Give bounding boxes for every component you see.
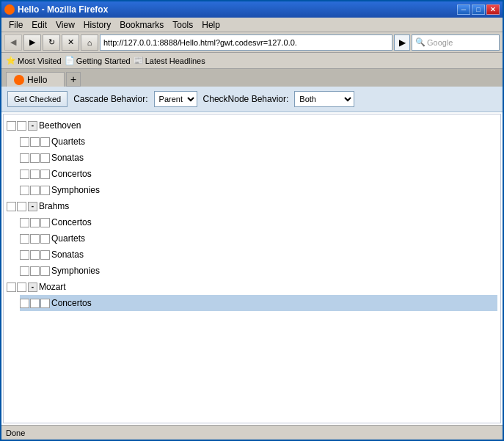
menu-edit[interactable]: Edit — [27, 18, 51, 32]
tree-row-symphonies: Symphonies — [20, 182, 497, 198]
bookmark-label-0: Most Visited — [18, 57, 62, 65]
menu-view[interactable]: View — [51, 18, 79, 32]
forward-button[interactable]: ▶ — [23, 34, 41, 51]
title-bar-left: Hello - Mozilla Firefox — [4, 4, 108, 15]
quartets-checkboxes — [20, 137, 50, 147]
quartets-cb2[interactable] — [30, 137, 40, 147]
symphonies-cb1[interactable] — [20, 186, 29, 195]
mozart-checkboxes — [7, 283, 26, 292]
tab-hello[interactable]: Hello — [6, 72, 65, 87]
concertos-cb3[interactable] — [40, 170, 50, 179]
brahms-sonatas-cb1[interactable] — [20, 250, 29, 260]
brahms-toggle[interactable]: - — [28, 202, 37, 211]
brahms-symphonies-cb2[interactable] — [30, 266, 40, 276]
stop-button[interactable]: ✕ — [62, 34, 79, 51]
tree-row-brahms-concertos: Concertos — [20, 214, 497, 230]
tree-row-brahms-sonatas: Sonatas — [20, 247, 497, 263]
status-text: Done — [6, 429, 25, 437]
mozart-cb1[interactable] — [7, 283, 16, 292]
menu-tools[interactable]: Tools — [168, 18, 197, 32]
symphonies-cb2[interactable] — [30, 186, 40, 195]
minimize-button[interactable]: ─ — [457, 4, 470, 15]
menu-history[interactable]: History — [79, 18, 115, 32]
search-placeholder: Google — [427, 38, 453, 47]
bookmark-label-1: Getting Started — [76, 57, 131, 65]
go-button[interactable]: ▶ — [394, 34, 410, 51]
menu-file[interactable]: File — [4, 18, 27, 32]
mozart-concertos-cb1[interactable] — [20, 299, 29, 308]
mozart-cb2[interactable] — [17, 283, 26, 292]
new-tab-button[interactable]: + — [66, 72, 81, 87]
tree-row-brahms: - Brahms — [7, 198, 497, 214]
brahms-quartets-cb1[interactable] — [20, 234, 29, 244]
sonatas-cb1[interactable] — [20, 153, 29, 163]
address-bar: http://127.0.0.1:8888/Hello.html?gwt.cod… — [100, 34, 392, 51]
back-button[interactable]: ◀ — [4, 34, 22, 51]
nav-bar: ◀ ▶ ↻ ✕ ⌂ http://127.0.0.1:8888/Hello.ht… — [1, 32, 503, 53]
brahms-cb1[interactable] — [7, 202, 16, 211]
maximize-button[interactable]: □ — [472, 4, 485, 15]
checknode-select[interactable]: Both Checked Unchecked — [294, 91, 354, 107]
brahms-symphonies-cb3[interactable] — [40, 266, 50, 276]
symphonies-label[interactable]: Symphonies — [51, 183, 100, 197]
search-bar[interactable]: 🔍 Google — [412, 34, 500, 51]
tree-row-mozart: - Mozart — [7, 279, 497, 295]
get-checked-button[interactable]: Get Checked — [7, 91, 67, 107]
concertos-cb1[interactable] — [20, 170, 29, 179]
bookmark-most-visited[interactable]: ⭐ Most Visited — [6, 56, 62, 65]
quartets-cb1[interactable] — [20, 137, 29, 147]
sonatas-cb2[interactable] — [30, 153, 40, 163]
beethoven-cb2[interactable] — [17, 121, 26, 131]
sonatas-cb3[interactable] — [40, 153, 50, 163]
mozart-concertos-cb3[interactable] — [40, 299, 50, 308]
brahms-children: Concertos Quartets — [7, 214, 497, 279]
beethoven-label[interactable]: Beethoven — [39, 118, 81, 133]
menu-bookmarks[interactable]: Bookmarks — [115, 18, 168, 32]
brahms-concertos-cb2[interactable] — [30, 218, 40, 227]
beethoven-toggle[interactable]: - — [28, 121, 37, 131]
quartets-label[interactable]: Quartets — [51, 134, 85, 149]
brahms-concertos-cb1[interactable] — [20, 218, 29, 227]
concertos-label[interactable]: Concertos — [51, 167, 92, 181]
brahms-concertos-cb3[interactable] — [40, 218, 50, 227]
tree-area: - Beethoven Quartets — [3, 114, 501, 423]
mozart-concertos-cb2[interactable] — [30, 299, 40, 308]
symphonies-cb3[interactable] — [40, 186, 50, 195]
status-bar: Done — [1, 425, 503, 440]
brahms-concertos-label[interactable]: Concertos — [51, 215, 92, 230]
brahms-symphonies-label[interactable]: Symphonies — [51, 263, 100, 278]
bookmark-icon-1: 📄 — [65, 56, 75, 65]
reload-button[interactable]: ↻ — [43, 34, 60, 51]
mozart-children: Concertos — [7, 295, 497, 311]
tab-favicon — [14, 75, 24, 85]
bookmark-getting-started[interactable]: 📄 Getting Started — [65, 56, 131, 65]
brahms-quartets-label[interactable]: Quartets — [51, 231, 85, 246]
beethoven-cb1[interactable] — [7, 121, 16, 131]
brahms-sonatas-label[interactable]: Sonatas — [51, 247, 84, 262]
search-icon: 🔍 — [415, 37, 426, 47]
address-text: http://127.0.0.1:8888/Hello.html?gwt.cod… — [103, 38, 297, 47]
quartets-cb3[interactable] — [40, 137, 50, 147]
checknode-label: CheckNode Behavior: — [203, 94, 289, 104]
mozart-concertos-label[interactable]: Concertos — [51, 296, 92, 310]
mozart-label[interactable]: Mozart — [39, 280, 66, 294]
tree-row-mozart-concertos: Concertos — [20, 295, 497, 311]
home-button[interactable]: ⌂ — [81, 34, 98, 51]
tree-row-brahms-quartets: Quartets — [20, 230, 497, 247]
brahms-label[interactable]: Brahms — [39, 199, 69, 214]
bookmark-label-2: Latest Headlines — [145, 57, 205, 65]
brahms-symphonies-cb1[interactable] — [20, 266, 29, 276]
brahms-quartets-checkboxes — [20, 234, 50, 244]
brahms-quartets-cb3[interactable] — [40, 234, 50, 244]
menu-help[interactable]: Help — [197, 18, 224, 32]
mozart-toggle[interactable]: - — [28, 283, 37, 292]
brahms-sonatas-cb2[interactable] — [30, 250, 40, 260]
brahms-sonatas-cb3[interactable] — [40, 250, 50, 260]
sonatas-label[interactable]: Sonatas — [51, 150, 84, 165]
close-button[interactable]: ✕ — [486, 4, 500, 15]
concertos-cb2[interactable] — [30, 170, 40, 179]
bookmark-latest-headlines[interactable]: 📰 Latest Headlines — [134, 56, 205, 65]
cascade-select[interactable]: Parent Child Both None — [154, 91, 197, 107]
brahms-quartets-cb2[interactable] — [30, 234, 40, 244]
brahms-cb2[interactable] — [17, 202, 26, 211]
